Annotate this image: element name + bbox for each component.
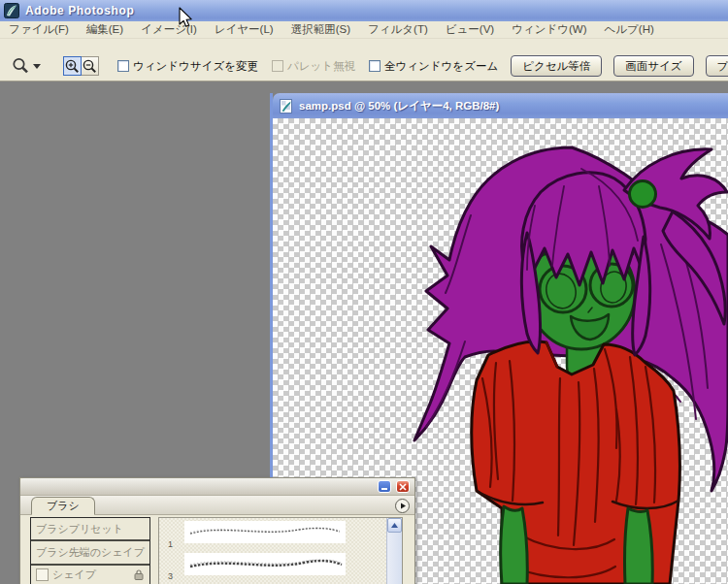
zoom-all-windows-checkbox[interactable] — [369, 60, 381, 72]
palette-titlebar[interactable] — [20, 478, 414, 496]
brush-size-label: 1 — [168, 539, 173, 549]
brush-stroke-preview — [184, 553, 346, 575]
chevron-up-icon — [391, 523, 398, 528]
workspace: samp.psd @ 50% (レイヤー4, RGB/8#) — [0, 81, 728, 584]
print-size-button[interactable]: プリントサイズ — [706, 55, 728, 77]
tool-options-bar: ウィンドウサイズを変更 パレット無視 全ウィンドウをズーム ピクセル等倍 画面サ… — [0, 39, 728, 81]
close-icon — [399, 483, 407, 491]
shape-dynamics-checkbox[interactable] — [36, 568, 49, 581]
photoshop-app-icon[interactable] — [4, 3, 19, 18]
menu-file[interactable]: ファイル(F) — [0, 22, 78, 37]
close-button[interactable] — [396, 480, 410, 493]
zoom-out-button[interactable] — [82, 56, 99, 76]
brush-preset-list: 1 3 — [158, 517, 403, 584]
arrow-cursor — [179, 7, 193, 28]
arm-right — [624, 508, 652, 584]
menu-help[interactable]: ヘルプ(H) — [596, 22, 663, 37]
circle-right-arrow-icon — [400, 503, 406, 509]
brush-sections-list: ブラシプリセット ブラシ先端のシェイプ シェイプ — [30, 517, 150, 584]
palette-tab-row: ブラシ — [20, 496, 414, 515]
padlock-icon[interactable] — [134, 569, 144, 580]
zoom-all-windows-label: 全ウィンドウをズーム — [384, 59, 498, 74]
hair-bobble — [630, 181, 656, 208]
ignore-palettes-checkbox — [272, 60, 283, 72]
menu-select[interactable]: 選択範囲(S) — [282, 22, 359, 37]
minimize-button[interactable] — [378, 480, 391, 493]
chevron-down-icon[interactable] — [33, 64, 41, 69]
app-title: Adobe Photoshop — [25, 4, 134, 17]
section-shape-dynamics[interactable]: シェイプ — [31, 566, 149, 584]
arm-left — [501, 506, 528, 584]
menu-image[interactable]: イメージ(I) — [132, 22, 206, 37]
palette-body: ブラシプリセット ブラシ先端のシェイプ シェイプ — [20, 515, 414, 584]
fit-screen-button[interactable]: 画面サイズ — [613, 55, 693, 77]
menu-filter[interactable]: フィルタ(T) — [359, 22, 437, 37]
brush-size-label: 3 — [168, 571, 173, 581]
magnifier-minus-icon — [82, 58, 98, 75]
tab-brushes[interactable]: ブラシ — [31, 497, 95, 515]
brushes-palette: ブラシ ブラシプリセット ブラシ先端のシェイプ — [19, 477, 415, 584]
menu-layer[interactable]: レイヤー(L) — [206, 22, 282, 37]
menu-bar: ファイル(F) 編集(E) イメージ(I) レイヤー(L) 選択範囲(S) フィ… — [0, 21, 728, 39]
scrollbar[interactable] — [386, 518, 402, 584]
section-brush-presets[interactable]: ブラシプリセット — [31, 518, 149, 541]
ignore-palettes-label: パレット無視 — [287, 59, 355, 74]
document-title: samp.psd @ 50% (レイヤー4, RGB/8#) — [299, 99, 499, 114]
zoom-tool-preset[interactable] — [8, 55, 44, 77]
brush-preset-2[interactable]: 3 — [159, 550, 402, 582]
brush-stroke-preview — [184, 521, 346, 543]
palette-menu-button[interactable] — [395, 499, 410, 513]
menu-window[interactable]: ウィンドウ(W) — [503, 22, 595, 37]
menu-view[interactable]: ビュー(V) — [437, 22, 503, 37]
resize-windows-label: ウィンドウサイズを変更 — [133, 59, 258, 74]
menu-edit[interactable]: 編集(E) — [78, 22, 132, 37]
scroll-up-button[interactable] — [387, 518, 402, 533]
actual-pixels-button[interactable]: ピクセル等倍 — [511, 55, 602, 77]
section-brush-tip-shape[interactable]: ブラシ先端のシェイプ — [31, 541, 149, 566]
psd-document-icon[interactable] — [280, 99, 293, 114]
magnifier-plus-icon — [64, 58, 81, 75]
brush-preset-1[interactable]: 1 — [159, 518, 402, 550]
magnifier-icon — [11, 56, 30, 76]
app-titlebar[interactable]: Adobe Photoshop — [0, 0, 728, 21]
resize-windows-checkbox[interactable] — [117, 60, 129, 72]
screen: Adobe Photoshop ファイル(F) 編集(E) イメージ(I) レイ… — [0, 0, 728, 584]
zoom-in-button[interactable] — [63, 56, 82, 76]
document-titlebar[interactable]: samp.psd @ 50% (レイヤー4, RGB/8#) — [273, 93, 728, 118]
